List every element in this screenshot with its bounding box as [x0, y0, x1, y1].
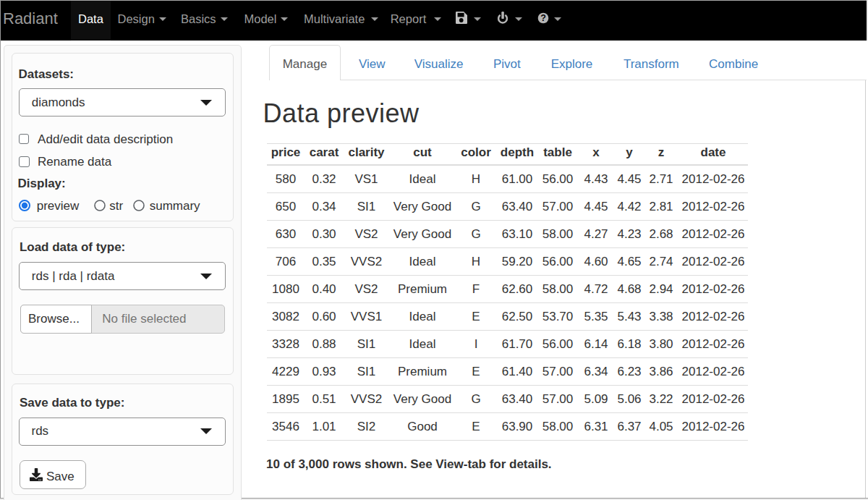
svg-text:?: ?	[540, 13, 546, 23]
